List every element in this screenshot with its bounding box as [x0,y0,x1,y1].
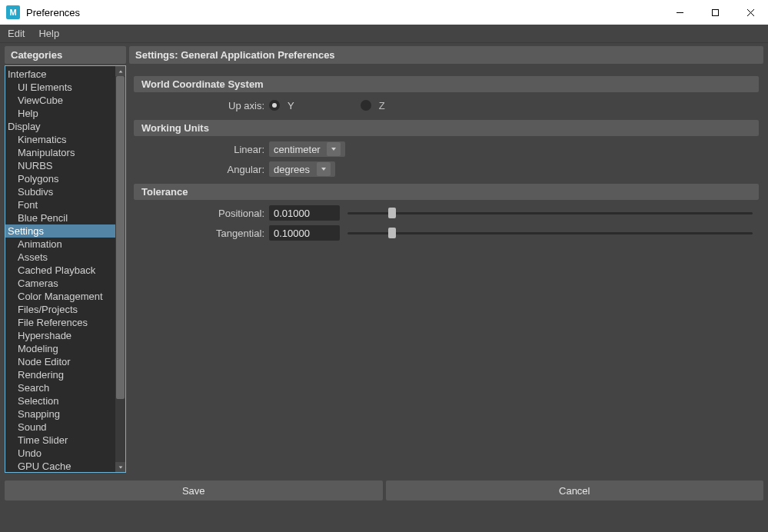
up-axis-label: Up axis: [134,100,264,111]
row-up-axis: Up axis: Y Z [134,95,759,115]
linear-dropdown[interactable]: centimeter [269,141,345,157]
tree-item-snapping[interactable]: Snapping [5,407,115,421]
tree-item-rendering[interactable]: Rendering [5,368,115,381]
header-row: Categories Settings: General Application… [0,43,768,64]
tree-item-animation[interactable]: Animation [5,238,115,251]
tree-item-kinematics[interactable]: Kinematics [5,133,115,146]
tree-item-selection[interactable]: Selection [5,394,115,407]
tree-item-blue-pencil[interactable]: Blue Pencil [5,211,115,224]
footer: Save Cancel [0,476,768,505]
sidebar-scrollbar[interactable] [115,66,125,472]
tree-item-cameras[interactable]: Cameras [5,277,115,290]
positional-label: Positional: [134,208,264,219]
tree-item-gpu-cache[interactable]: GPU Cache [5,460,115,472]
scroll-down-icon[interactable] [115,462,125,472]
tree-category-interface[interactable]: Interface [5,68,115,81]
minimize-button[interactable] [662,0,697,25]
tree-item-font[interactable]: Font [5,198,115,211]
tangential-input[interactable]: 0.10000 [269,225,340,241]
tree-item-modeling[interactable]: Modeling [5,342,115,355]
menubar: Edit Help [0,25,768,43]
tree-item-cached-playback[interactable]: Cached Playback [5,264,115,277]
tree-item-nurbs[interactable]: NURBS [5,159,115,172]
angular-label: Angular: [134,164,264,175]
tree-item-polygons[interactable]: Polygons [5,172,115,185]
positional-input[interactable]: 0.01000 [269,205,340,221]
svg-rect-1 [712,9,718,15]
row-linear: Linear: centimeter [134,139,759,159]
menu-help[interactable]: Help [38,28,59,39]
tree-item-sound[interactable]: Sound [5,421,115,434]
section-tolerance: Tolerance [134,184,759,200]
tree-item-time-slider[interactable]: Time Slider [5,434,115,447]
window-title: Preferences [26,7,80,18]
row-tangential: Tangential: 0.10000 [134,223,759,243]
radio-y-label: Y [288,100,294,111]
maximize-button[interactable] [697,0,733,25]
tree-item-search[interactable]: Search [5,381,115,394]
tree-item-manipulators[interactable]: Manipulators [5,146,115,159]
menu-edit[interactable]: Edit [8,28,25,39]
tree-item-undo[interactable]: Undo [5,447,115,460]
tree-item-assets[interactable]: Assets [5,251,115,264]
chevron-down-icon [327,142,341,156]
tree-item-color-management[interactable]: Color Management [5,290,115,303]
scroll-up-icon[interactable] [115,66,125,76]
tree-item-node-editor[interactable]: Node Editor [5,355,115,368]
titlebar: M Preferences [0,0,768,25]
tree-item-ui-elements[interactable]: UI Elements [5,81,115,94]
panel-header: Settings: General Application Preference… [129,46,763,64]
tree-item-file-references[interactable]: File References [5,316,115,329]
radio-y[interactable] [269,100,280,111]
app-icon: M [6,5,20,19]
tree-item-hypershade[interactable]: Hypershade [5,329,115,342]
main: InterfaceUI ElementsViewCubeHelpDisplayK… [0,64,768,476]
row-positional: Positional: 0.01000 [134,203,759,223]
categories-tree: InterfaceUI ElementsViewCubeHelpDisplayK… [5,65,126,473]
section-working-units: Working Units [134,120,759,136]
window-controls [662,0,768,25]
section-world-coordinate: World Coordinate System [134,76,759,92]
tangential-label: Tangential: [134,228,264,239]
row-angular: Angular: degrees [134,159,759,179]
cancel-button[interactable]: Cancel [386,480,764,500]
close-button[interactable] [733,0,768,25]
tree-category-settings[interactable]: Settings [5,224,115,238]
angular-dropdown[interactable]: degrees [269,161,335,177]
tree-item-viewcube[interactable]: ViewCube [5,94,115,107]
settings-panel: World Coordinate System Up axis: Y Z Wor… [129,65,763,473]
scroll-thumb[interactable] [116,76,125,399]
chevron-down-icon [317,162,331,176]
tree-item-help[interactable]: Help [5,107,115,120]
angular-value: degrees [274,164,310,175]
linear-label: Linear: [134,144,264,155]
tree-category-display[interactable]: Display [5,120,115,133]
sidebar-wrap: InterfaceUI ElementsViewCubeHelpDisplayK… [5,65,126,473]
radio-z[interactable] [361,100,371,111]
positional-slider[interactable] [347,205,753,221]
radio-z-label: Z [379,100,385,111]
tree-item-subdivs[interactable]: Subdivs [5,185,115,198]
categories-header: Categories [5,46,126,64]
tree-item-files-projects[interactable]: Files/Projects [5,303,115,316]
linear-value: centimeter [274,144,321,155]
tangential-slider[interactable] [347,225,753,241]
save-button[interactable]: Save [5,480,383,500]
